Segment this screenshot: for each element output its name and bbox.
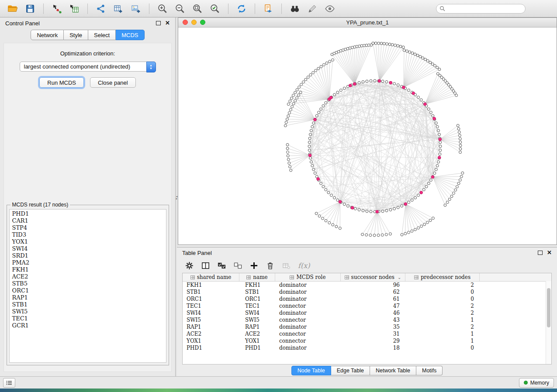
criterion-dropdown[interactable]: largest connected component (undirected)… bbox=[20, 62, 156, 72]
mcds-result-item[interactable]: STB5 bbox=[10, 280, 166, 287]
mcds-result-item[interactable]: TEC1 bbox=[10, 315, 166, 322]
table-row[interactable]: FKH1FKH1dominator962 bbox=[183, 282, 551, 289]
close-panel-icon[interactable]: ✕ bbox=[165, 21, 170, 26]
mcds-result-item[interactable]: ORC1 bbox=[10, 287, 166, 294]
mcds-result-item[interactable]: YOX1 bbox=[10, 238, 166, 245]
mcds-result-item[interactable]: PMA2 bbox=[10, 259, 166, 266]
mcds-result-item[interactable]: SRD1 bbox=[10, 252, 166, 259]
deselect-all-button[interactable] bbox=[233, 261, 242, 270]
maximize-window-icon[interactable] bbox=[200, 20, 205, 25]
table-settings-button[interactable] bbox=[185, 261, 194, 270]
table-cell: dominator bbox=[275, 282, 341, 289]
search-input[interactable] bbox=[436, 4, 526, 14]
mcds-result-item[interactable]: FKH1 bbox=[10, 266, 166, 273]
column-grid-icon bbox=[290, 275, 294, 279]
save-session-button[interactable] bbox=[22, 2, 38, 15]
tab-select[interactable]: Select bbox=[88, 30, 116, 40]
table-row[interactable]: SWI5SWI5connector431 bbox=[183, 316, 551, 323]
table-row[interactable]: ACE2ACE2connector311 bbox=[183, 330, 551, 337]
task-history-button[interactable] bbox=[3, 378, 15, 388]
close-panel-icon[interactable]: ✕ bbox=[547, 250, 552, 255]
scrollbar-thumb[interactable] bbox=[547, 288, 550, 327]
table-row[interactable]: TEC1TEC1connector472 bbox=[183, 303, 551, 309]
zoom-selected-icon bbox=[209, 3, 221, 14]
mcds-result-title: MCDS result (17 nodes) bbox=[10, 202, 70, 208]
zoom-out-button[interactable] bbox=[172, 2, 188, 15]
table-cell: PHD1 bbox=[239, 344, 275, 351]
column-header-name[interactable]: name bbox=[239, 273, 275, 281]
add-column-button[interactable] bbox=[249, 261, 258, 270]
mcds-result-item[interactable]: ACE2 bbox=[10, 273, 166, 280]
import-table-icon bbox=[69, 3, 80, 14]
trash-icon bbox=[266, 261, 274, 270]
mcds-result-item[interactable]: GCR1 bbox=[10, 322, 166, 329]
zoom-selected-button[interactable] bbox=[207, 2, 223, 15]
tab-edge-table[interactable]: Edge Table bbox=[331, 366, 370, 375]
close-panel-button[interactable]: Close panel bbox=[90, 77, 136, 88]
import-table-button[interactable] bbox=[66, 2, 83, 15]
column-header-MCDS-role[interactable]: MCDS role bbox=[275, 273, 341, 281]
open-session-button[interactable] bbox=[4, 2, 21, 15]
table-row[interactable]: SWI4SWI4dominator462 bbox=[183, 309, 551, 316]
mcds-result-item[interactable]: SWI4 bbox=[10, 245, 166, 252]
mcds-result-item[interactable]: PHD1 bbox=[10, 210, 166, 217]
tab-motifs[interactable]: Motifs bbox=[416, 366, 443, 375]
tab-network-table[interactable]: Network Table bbox=[370, 366, 416, 375]
table-cell: 46 bbox=[341, 309, 405, 316]
show-hide-button[interactable] bbox=[322, 2, 338, 15]
float-panel-icon[interactable] bbox=[156, 21, 161, 25]
table-cell: 0 bbox=[405, 289, 480, 296]
table-cell: RAP1 bbox=[239, 323, 275, 330]
zoom-in-button[interactable] bbox=[154, 2, 171, 15]
tab-mcds[interactable]: MCDS bbox=[116, 30, 144, 40]
toolbar-separator bbox=[87, 3, 88, 14]
table-row[interactable]: ORC1ORC1dominator610 bbox=[183, 296, 551, 303]
network-canvas[interactable] bbox=[178, 28, 557, 245]
column-header-predecessor-nodes[interactable]: predecessor nodes bbox=[405, 273, 480, 281]
float-panel-icon[interactable] bbox=[538, 251, 543, 255]
export-image-button[interactable] bbox=[128, 2, 144, 15]
style-tool-button[interactable] bbox=[304, 2, 321, 15]
table-row[interactable]: PHD1PHD1dominator180 bbox=[183, 344, 551, 351]
export-network-button[interactable] bbox=[93, 2, 109, 15]
mcds-result-item[interactable]: RAP1 bbox=[10, 294, 166, 301]
table-row[interactable]: YOX1YOX1connector291 bbox=[183, 337, 551, 344]
mcds-result-item[interactable]: STB1 bbox=[10, 301, 166, 308]
mcds-result-item[interactable]: CAR1 bbox=[10, 217, 166, 224]
memory-button[interactable]: Memory bbox=[519, 378, 554, 388]
table-scrollbar[interactable] bbox=[546, 281, 551, 364]
tab-node-table[interactable]: Node Table bbox=[291, 366, 331, 375]
table-cell: RAP1 bbox=[183, 323, 239, 330]
mcds-result-item[interactable]: SWI5 bbox=[10, 308, 166, 315]
refresh-layout-button[interactable] bbox=[233, 2, 250, 15]
search-icon bbox=[439, 6, 446, 12]
tab-network[interactable]: Network bbox=[31, 30, 64, 40]
mcds-result-item[interactable]: TID3 bbox=[10, 231, 166, 238]
column-header-successor-nodes[interactable]: successor nodes⌄ bbox=[341, 273, 405, 281]
export-table-button[interactable] bbox=[110, 2, 127, 15]
mcds-result-list[interactable]: PHD1CAR1STP4TID3YOX1SWI4SRD1PMA2FKH1ACE2… bbox=[9, 209, 166, 363]
run-mcds-button[interactable]: Run MCDS bbox=[39, 77, 84, 88]
network-window-titlebar[interactable]: YPA_prune.txt_1 bbox=[178, 18, 557, 28]
first-neighbors-button[interactable] bbox=[287, 2, 303, 15]
tab-style[interactable]: Style bbox=[64, 30, 88, 40]
column-grid-icon bbox=[414, 275, 419, 279]
minimize-window-icon[interactable] bbox=[191, 20, 197, 25]
table-cell: 35 bbox=[341, 323, 405, 330]
table-row[interactable]: RAP1RAP1dominator352 bbox=[183, 323, 551, 330]
table-cell: 62 bbox=[341, 289, 405, 296]
network-graph[interactable] bbox=[178, 28, 557, 245]
close-window-icon[interactable] bbox=[183, 20, 188, 25]
table-cell: YOX1 bbox=[239, 337, 275, 344]
column-header-shared-name[interactable]: shared name bbox=[183, 273, 239, 281]
import-network-button[interactable] bbox=[48, 2, 65, 15]
toolbar-separator bbox=[228, 3, 228, 14]
copy-network-button[interactable] bbox=[260, 2, 277, 15]
zoom-fit-button[interactable] bbox=[189, 2, 206, 15]
mcds-result-item[interactable]: STP4 bbox=[10, 224, 166, 231]
select-all-button[interactable] bbox=[217, 261, 226, 270]
delete-column-button[interactable] bbox=[266, 261, 274, 270]
table-row[interactable]: STB1STB1dominator620 bbox=[183, 289, 551, 296]
table-cell: 1 bbox=[405, 337, 480, 344]
show-columns-button[interactable] bbox=[201, 261, 210, 270]
